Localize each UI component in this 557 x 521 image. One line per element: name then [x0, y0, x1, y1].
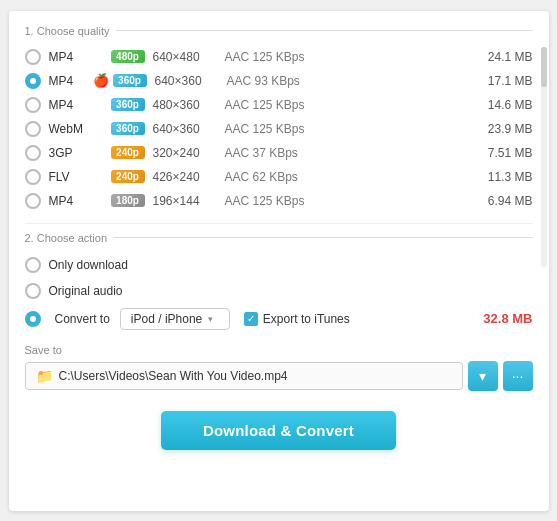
divider: [25, 223, 533, 224]
export-itunes-label: Export to iTunes: [263, 312, 350, 326]
file-size-1: 17.1 MB: [477, 74, 533, 88]
resolution-2: 480×360: [153, 98, 225, 112]
resolution-5: 426×240: [153, 170, 225, 184]
quality-badge-0: 480p: [111, 50, 145, 63]
quality-radio-1[interactable]: [25, 73, 41, 89]
scrollbar[interactable]: [541, 47, 547, 267]
quality-row-6[interactable]: MP4180p196×144AAC 125 KBps6.94 MB: [25, 189, 533, 213]
only-download-label: Only download: [49, 258, 128, 272]
format-name-1: MP4: [49, 74, 93, 88]
file-size-5: 11.3 MB: [477, 170, 533, 184]
download-convert-button[interactable]: Download & Convert: [161, 411, 396, 450]
convert-radio[interactable]: [25, 311, 41, 327]
quality-row-1[interactable]: MP4🍎360p640×360AAC 93 KBps17.1 MB: [25, 69, 533, 93]
original-audio-label: Original audio: [49, 284, 123, 298]
audio-info-2: AAC 125 KBps: [225, 98, 477, 112]
quality-badge-4: 240p: [111, 146, 145, 159]
save-to-label: Save to: [25, 344, 533, 356]
only-download-row: Only download: [25, 252, 533, 278]
scrollbar-thumb[interactable]: [541, 47, 547, 87]
export-itunes-checkbox-wrap[interactable]: ✓ Export to iTunes: [244, 312, 350, 326]
save-to-row: 📁 C:\Users\Videos\Sean With You Video.mp…: [25, 361, 533, 391]
convert-row: Convert to iPod / iPhone ▾ ✓ Export to i…: [25, 304, 533, 334]
only-download-radio[interactable]: [25, 257, 41, 273]
file-size-4: 7.51 MB: [477, 146, 533, 160]
convert-to-label: Convert to: [55, 312, 110, 326]
quality-radio-0[interactable]: [25, 49, 41, 65]
audio-info-5: AAC 62 KBps: [225, 170, 477, 184]
resolution-6: 196×144: [153, 194, 225, 208]
audio-info-1: AAC 93 KBps: [227, 74, 477, 88]
action-section: Only download Original audio Convert to …: [25, 252, 533, 334]
section2-label: 2. Choose action: [25, 232, 533, 244]
format-name-6: MP4: [49, 194, 93, 208]
file-size-3: 23.9 MB: [477, 122, 533, 136]
audio-info-0: AAC 125 KBps: [225, 50, 477, 64]
main-panel: 1. Choose quality MP4480p640×480AAC 125 …: [9, 11, 549, 511]
quality-row-4[interactable]: 3GP240p320×240AAC 37 KBps7.51 MB: [25, 141, 533, 165]
format-name-4: 3GP: [49, 146, 93, 160]
file-size-0: 24.1 MB: [477, 50, 533, 64]
convert-target-dropdown[interactable]: iPod / iPhone ▾: [120, 308, 230, 330]
quality-radio-4[interactable]: [25, 145, 41, 161]
convert-target-value: iPod / iPhone: [131, 312, 202, 326]
resolution-4: 320×240: [153, 146, 225, 160]
quality-badge-3: 360p: [111, 122, 145, 135]
resolution-1: 640×360: [155, 74, 227, 88]
quality-radio-5[interactable]: [25, 169, 41, 185]
export-itunes-checkbox[interactable]: ✓: [244, 312, 258, 326]
audio-info-4: AAC 37 KBps: [225, 146, 477, 160]
quality-radio-2[interactable]: [25, 97, 41, 113]
apple-icon-1: 🍎: [93, 73, 109, 88]
original-audio-row: Original audio: [25, 278, 533, 304]
export-size-label: 32.8 MB: [483, 311, 532, 326]
quality-badge-1: 360p: [113, 74, 147, 87]
quality-row-3[interactable]: WebM360p640×360AAC 125 KBps23.9 MB: [25, 117, 533, 141]
quality-badge-6: 180p: [111, 194, 145, 207]
quality-row-0[interactable]: MP4480p640×480AAC 125 KBps24.1 MB: [25, 45, 533, 69]
file-size-6: 6.94 MB: [477, 194, 533, 208]
more-btn[interactable]: ···: [503, 361, 533, 391]
dropdown-btn[interactable]: ▾: [468, 361, 498, 391]
quality-badge-5: 240p: [111, 170, 145, 183]
quality-row-5[interactable]: FLV240p426×240AAC 62 KBps11.3 MB: [25, 165, 533, 189]
resolution-0: 640×480: [153, 50, 225, 64]
quality-badge-2: 360p: [111, 98, 145, 111]
quality-radio-3[interactable]: [25, 121, 41, 137]
audio-info-6: AAC 125 KBps: [225, 194, 477, 208]
path-value: C:\Users\Videos\Sean With You Video.mp4: [59, 369, 288, 383]
format-name-0: MP4: [49, 50, 93, 64]
quality-row-2[interactable]: MP4360p480×360AAC 125 KBps14.6 MB: [25, 93, 533, 117]
format-name-2: MP4: [49, 98, 93, 112]
section1-label: 1. Choose quality: [25, 25, 533, 37]
file-size-2: 14.6 MB: [477, 98, 533, 112]
dropdown-arrow-icon: ▾: [208, 314, 213, 324]
original-audio-radio[interactable]: [25, 283, 41, 299]
resolution-3: 640×360: [153, 122, 225, 136]
quality-radio-6[interactable]: [25, 193, 41, 209]
audio-info-3: AAC 125 KBps: [225, 122, 477, 136]
btn-main-wrap: Download & Convert: [25, 411, 533, 450]
format-name-3: WebM: [49, 122, 93, 136]
format-name-5: FLV: [49, 170, 93, 184]
folder-icon: 📁: [36, 368, 53, 384]
path-input[interactable]: 📁 C:\Users\Videos\Sean With You Video.mp…: [25, 362, 463, 390]
quality-list: MP4480p640×480AAC 125 KBps24.1 MBMP4🍎360…: [25, 45, 533, 213]
